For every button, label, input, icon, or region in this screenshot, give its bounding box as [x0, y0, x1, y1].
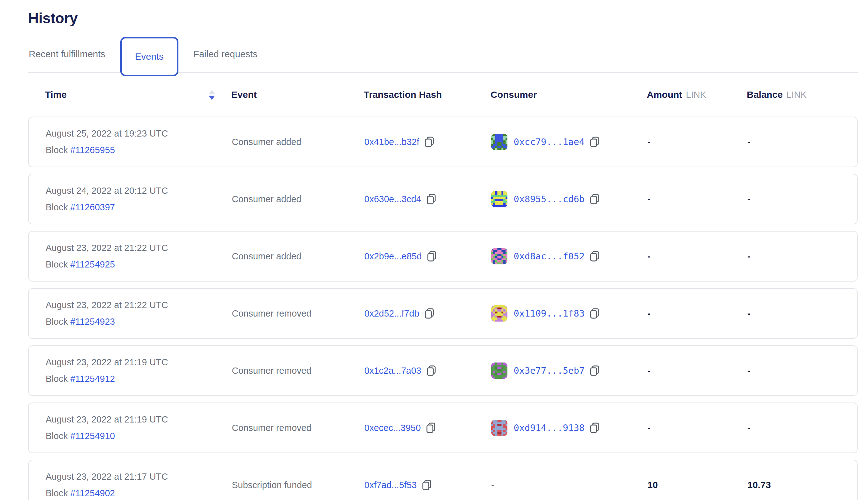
amount-unit-label: LINK: [686, 90, 706, 100]
copy-icon[interactable]: [424, 136, 434, 148]
table-row: August 23, 2022 at 21:22 UTC Block #1125…: [28, 231, 858, 282]
transaction-hash-link[interactable]: 0x41be...b32f: [364, 137, 419, 147]
consumer-identicon: [491, 248, 507, 264]
copy-icon[interactable]: [427, 251, 437, 262]
amount-cell: -: [648, 365, 747, 376]
table-row: August 23, 2022 at 21:19 UTC Block #1125…: [28, 345, 858, 396]
event-cell: Subscription funded: [232, 480, 364, 490]
transaction-hash-cell: 0x630e...3cd4: [364, 193, 491, 205]
time-header-label: Time: [45, 89, 67, 100]
time-cell: August 25, 2022 at 19:23 UTC Block #1126…: [46, 128, 232, 155]
consumer-identicon: [491, 191, 507, 207]
transaction-hash-link[interactable]: 0xf7ad...5f53: [364, 480, 417, 490]
amount-cell: 10: [648, 480, 747, 490]
consumer-address-link[interactable]: 0x3e77...5eb7: [514, 365, 585, 376]
table-row: August 24, 2022 at 20:12 UTC Block #1126…: [28, 174, 858, 224]
time-cell: August 23, 2022 at 21:22 UTC Block #1125…: [46, 243, 232, 270]
time-cell: August 23, 2022 at 21:19 UTC Block #1125…: [46, 357, 232, 384]
balance-cell: -: [747, 422, 840, 433]
transaction-hash-link[interactable]: 0x2b9e...e85d: [364, 251, 422, 262]
event-cell: Consumer removed: [232, 423, 364, 433]
balance-cell: -: [747, 194, 840, 204]
transaction-hash-link[interactable]: 0x2d52...f7db: [364, 308, 419, 319]
consumer-address-link[interactable]: 0xd914...9138: [514, 422, 585, 433]
column-header-balance: BalanceLINK: [747, 89, 841, 100]
balance-cell: -: [747, 137, 840, 147]
table-header: Time Event Transaction Hash Consumer Amo…: [28, 73, 858, 116]
transaction-hash-cell: 0xecec...3950: [364, 422, 491, 433]
block-label: Block: [46, 431, 70, 441]
column-header-event: Event: [231, 89, 364, 100]
row-timestamp: August 23, 2022 at 21:19 UTC: [46, 414, 232, 425]
amount-cell: -: [648, 137, 747, 147]
block-number-link[interactable]: #11254912: [70, 374, 115, 384]
history-tabs: Recent fulfillments Events Failed reques…: [28, 36, 858, 73]
block-number-link[interactable]: #11260397: [70, 202, 115, 212]
copy-icon[interactable]: [590, 136, 599, 148]
balance-cell: -: [747, 308, 840, 319]
block-label: Block: [46, 202, 70, 212]
block-label: Block: [46, 374, 70, 384]
time-cell: August 24, 2022 at 20:12 UTC Block #1126…: [46, 186, 232, 213]
consumer-identicon: [491, 305, 507, 321]
copy-icon[interactable]: [426, 365, 436, 376]
consumer-cell: 0x1109...1f83: [491, 305, 648, 321]
copy-icon[interactable]: [590, 365, 599, 376]
copy-icon[interactable]: [424, 308, 434, 319]
events-table-body: August 25, 2022 at 19:23 UTC Block #1126…: [28, 116, 858, 500]
copy-icon[interactable]: [426, 422, 436, 433]
transaction-hash-cell: 0x1c2a...7a03: [364, 365, 491, 376]
copy-icon[interactable]: [590, 308, 599, 319]
consumer-cell: -: [491, 480, 648, 490]
block-number-link[interactable]: #11265955: [70, 145, 115, 155]
copy-icon[interactable]: [426, 193, 436, 205]
row-timestamp: August 24, 2022 at 20:12 UTC: [46, 186, 232, 196]
event-cell: Consumer removed: [232, 366, 364, 376]
block-number-link[interactable]: #11254923: [70, 317, 115, 327]
amount-cell: -: [648, 194, 747, 204]
consumer-address-link[interactable]: 0x1109...1f83: [514, 308, 585, 319]
row-timestamp: August 23, 2022 at 21:19 UTC: [46, 357, 232, 367]
consumer-identicon: [491, 134, 507, 150]
block-number-link[interactable]: #11254925: [70, 259, 115, 269]
event-cell: Consumer added: [232, 137, 364, 147]
tab-events[interactable]: Events: [120, 37, 179, 76]
row-timestamp: August 25, 2022 at 19:23 UTC: [46, 128, 232, 139]
balance-unit-label: LINK: [786, 90, 807, 100]
block-label: Block: [46, 145, 70, 155]
transaction-hash-cell: 0x41be...b32f: [364, 136, 491, 148]
transaction-hash-link[interactable]: 0x630e...3cd4: [364, 194, 421, 204]
block-label: Block: [46, 488, 70, 498]
balance-header-label: Balance: [747, 89, 783, 100]
sort-arrows-icon[interactable]: [209, 90, 215, 100]
column-header-time: Time: [45, 89, 231, 100]
block-number-link[interactable]: #11254910: [70, 431, 115, 441]
consumer-address-link[interactable]: 0x8955...cd6b: [514, 194, 585, 204]
balance-cell: 10.73: [747, 480, 840, 490]
consumer-address-link[interactable]: 0xcc79...1ae4: [514, 137, 585, 147]
event-cell: Consumer added: [232, 251, 364, 262]
copy-icon[interactable]: [590, 193, 599, 205]
copy-icon[interactable]: [590, 251, 599, 262]
consumer-cell: 0xd914...9138: [491, 420, 648, 436]
block-number-link[interactable]: #11254902: [70, 488, 115, 498]
tab-recent-fulfillments[interactable]: Recent fulfillments: [28, 49, 106, 59]
consumer-address-link[interactable]: 0xd8ac...f052: [514, 251, 585, 262]
consumer-identicon: [491, 420, 507, 436]
balance-cell: -: [747, 251, 840, 262]
transaction-hash-cell: 0x2d52...f7db: [364, 308, 491, 319]
time-cell: August 23, 2022 at 21:19 UTC Block #1125…: [46, 414, 232, 441]
amount-cell: -: [648, 422, 747, 433]
copy-icon[interactable]: [422, 479, 432, 491]
table-row: August 23, 2022 at 21:17 UTC Block #1125…: [28, 460, 858, 500]
tab-failed-requests[interactable]: Failed requests: [193, 49, 258, 59]
consumer-cell: 0x8955...cd6b: [491, 191, 648, 207]
transaction-hash-cell: 0x2b9e...e85d: [364, 251, 491, 262]
column-header-consumer: Consumer: [491, 89, 647, 100]
transaction-hash-link[interactable]: 0x1c2a...7a03: [364, 366, 421, 376]
event-cell: Consumer added: [232, 194, 364, 204]
transaction-hash-cell: 0xf7ad...5f53: [364, 479, 491, 491]
transaction-hash-link[interactable]: 0xecec...3950: [364, 423, 421, 433]
copy-icon[interactable]: [590, 422, 599, 433]
row-timestamp: August 23, 2022 at 21:22 UTC: [46, 300, 232, 310]
